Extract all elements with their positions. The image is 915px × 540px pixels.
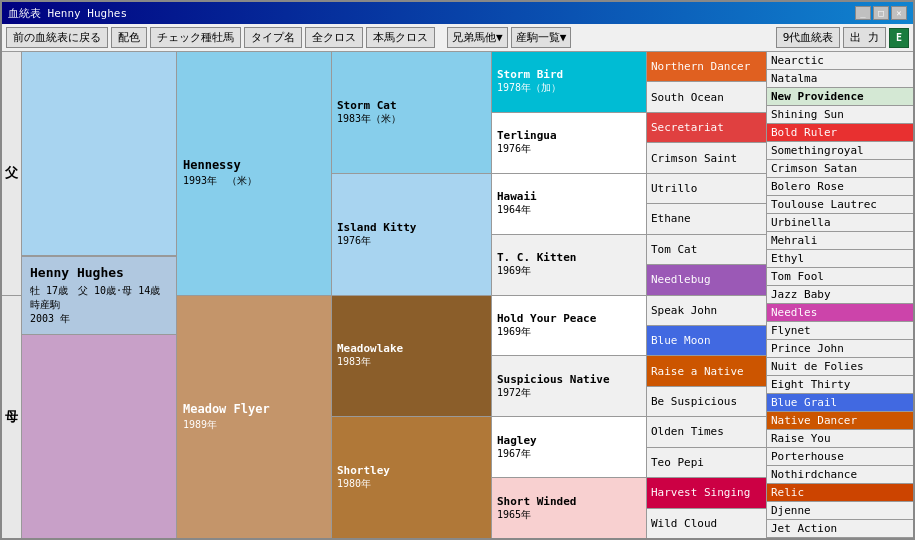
tom-fool-cell: Tom Fool: [767, 268, 913, 286]
storm-bird-cell: Storm Bird 1978年（加）: [492, 52, 646, 113]
be-suspicious-cell: Be Suspicious: [647, 387, 766, 417]
window-controls: _ □ ✕: [855, 6, 907, 20]
blue-grail-cell: Blue Grail: [767, 394, 913, 412]
suspicious-native-cell: Suspicious Native 1972年: [492, 356, 646, 417]
needlebug-cell: Needlebug: [647, 265, 766, 295]
type-name-button[interactable]: タイプ名: [244, 27, 302, 48]
stallion-dropdown[interactable]: 産駒一覧▼: [511, 27, 572, 48]
maximize-button[interactable]: □: [873, 6, 889, 20]
storm-bird-year: 1978年（加）: [497, 81, 641, 95]
relic-cell: Relic: [767, 484, 913, 502]
meadow-flyer-year: 1989年: [183, 418, 325, 432]
djenne-cell: Djenne: [767, 502, 913, 520]
father-label: 父: [2, 52, 21, 296]
pedigree-content: 父 母 Henny Hughes 牡 17歳 父 10歳·母 14歳時産駒 20…: [2, 52, 913, 538]
urbinella-cell: Urbinella: [767, 214, 913, 232]
northern-dancer-cell: Northern Dancer: [647, 52, 766, 82]
teo-pepi-cell: Teo Pepi: [647, 448, 766, 478]
storm-cat-cell: Storm Cat 1983年（米）: [332, 52, 491, 174]
nothirdchance-cell: Nothirdchance: [767, 466, 913, 484]
hawaii-cell: Hawaii 1964年: [492, 174, 646, 235]
natalma-cell: Natalma: [767, 70, 913, 88]
subject-horse-info: 牡 17歳 父 10歳·母 14歳時産駒: [30, 284, 168, 312]
ethane-cell: Ethane: [647, 204, 766, 234]
storm-cat-name: Storm Cat: [337, 99, 486, 112]
suspicious-native-name: Suspicious Native: [497, 373, 641, 386]
title-bar: 血統表 Henny Hughes _ □ ✕: [2, 2, 913, 24]
tc-kitten-cell: T. C. Kitten 1969年: [492, 235, 646, 296]
blue-moon-cell: Blue Moon: [647, 326, 766, 356]
hold-your-peace-year: 1969年: [497, 325, 641, 339]
horse-cross-button[interactable]: 本馬クロス: [366, 27, 435, 48]
harvest-singing-cell: Harvest Singing: [647, 478, 766, 508]
storm-bird-name: Storm Bird: [497, 68, 641, 81]
bold-ruler-cell: Bold Ruler: [767, 124, 913, 142]
toolbar: 前の血統表に戻る 配色 チェック種牡馬 タイプ名 全クロス 本馬クロス 兄弟馬他…: [2, 24, 913, 52]
check-stallion-button[interactable]: チェック種牡馬: [150, 27, 241, 48]
hold-your-peace-name: Hold Your Peace: [497, 312, 641, 325]
all-cross-button[interactable]: 全クロス: [305, 27, 363, 48]
terlingua-cell: Terlingua 1976年: [492, 113, 646, 174]
mother-label: 母: [2, 296, 21, 539]
hold-your-peace-cell: Hold Your Peace 1969年: [492, 296, 646, 357]
shortley-cell: Shortley 1980年: [332, 417, 491, 538]
raise-a-native-cell: Raise a Native: [647, 356, 766, 386]
sibling-dropdown[interactable]: 兄弟馬他▼: [447, 27, 508, 48]
short-winded-year: 1965年: [497, 508, 641, 522]
hawaii-name: Hawaii: [497, 190, 641, 203]
crimson-saint-cell: Crimson Saint: [647, 143, 766, 173]
island-kitty-name: Island Kitty: [337, 221, 486, 234]
tom-cat-cell: Tom Cat: [647, 235, 766, 265]
meadowlake-cell: Meadowlake 1983年: [332, 296, 491, 418]
short-winded-cell: Short Winded 1965年: [492, 478, 646, 538]
meadowlake-year: 1983年: [337, 355, 486, 369]
hagley-cell: Hagley 1967年: [492, 417, 646, 478]
crimson-satan-cell: Crimson Satan: [767, 160, 913, 178]
hawaii-year: 1964年: [497, 203, 641, 217]
window-title: 血統表 Henny Hughes: [8, 6, 127, 21]
speak-john-cell: Speak John: [647, 296, 766, 326]
terlingua-name: Terlingua: [497, 129, 641, 142]
short-winded-name: Short Winded: [497, 495, 641, 508]
terlingua-year: 1976年: [497, 142, 641, 156]
hagley-name: Hagley: [497, 434, 641, 447]
raise-you-cell: Raise You: [767, 430, 913, 448]
output-button[interactable]: 出 力: [843, 27, 886, 48]
tc-kitten-year: 1969年: [497, 264, 641, 278]
utrillo-cell: Utrillo: [647, 174, 766, 204]
color-button[interactable]: 配色: [111, 27, 147, 48]
minimize-button[interactable]: _: [855, 6, 871, 20]
shortley-name: Shortley: [337, 464, 486, 477]
flynet-cell: Flynet: [767, 322, 913, 340]
storm-cat-year: 1983年（米）: [337, 112, 486, 126]
jet-action-cell: Jet Action: [767, 520, 913, 538]
island-kitty-cell: Island Kitty 1976年: [332, 174, 491, 296]
subject-horse-cell: Henny Hughes 牡 17歳 父 10歳·母 14歳時産駒 2003 年: [22, 256, 176, 335]
mehrali-cell: Mehrali: [767, 232, 913, 250]
island-kitty-year: 1976年: [337, 234, 486, 248]
secretariat-cell: Secretariat: [647, 113, 766, 143]
mother-half-spacer: [22, 335, 176, 538]
hagley-year: 1967年: [497, 447, 641, 461]
hennessy-cell: Hennessy 1993年 （米）: [177, 52, 331, 296]
hennessy-name: Hennessy: [183, 158, 325, 172]
porterhouse-cell: Porterhouse: [767, 448, 913, 466]
olden-times-cell: Olden Times: [647, 417, 766, 447]
nearctic-cell: Nearctic: [767, 52, 913, 70]
shining-sun-cell: Shining Sun: [767, 106, 913, 124]
shortley-year: 1980年: [337, 477, 486, 491]
meadowlake-name: Meadowlake: [337, 342, 486, 355]
gen9-button[interactable]: 9代血統表: [776, 27, 841, 48]
back-button[interactable]: 前の血統表に戻る: [6, 27, 108, 48]
meadow-flyer-cell: Meadow Flyer 1989年: [177, 296, 331, 539]
hennessy-year: 1993年 （米）: [183, 174, 325, 188]
tc-kitten-name: T. C. Kitten: [497, 251, 641, 264]
wild-cloud-cell: Wild Cloud: [647, 509, 766, 538]
close-button[interactable]: ✕: [891, 6, 907, 20]
excel-icon[interactable]: E: [889, 28, 909, 48]
meadow-flyer-name: Meadow Flyer: [183, 402, 325, 416]
eight-thirty-cell: Eight Thirty: [767, 376, 913, 394]
needles-cell: Needles: [767, 304, 913, 322]
prince-john-cell: Prince John: [767, 340, 913, 358]
bolero-rose-cell: Bolero Rose: [767, 178, 913, 196]
